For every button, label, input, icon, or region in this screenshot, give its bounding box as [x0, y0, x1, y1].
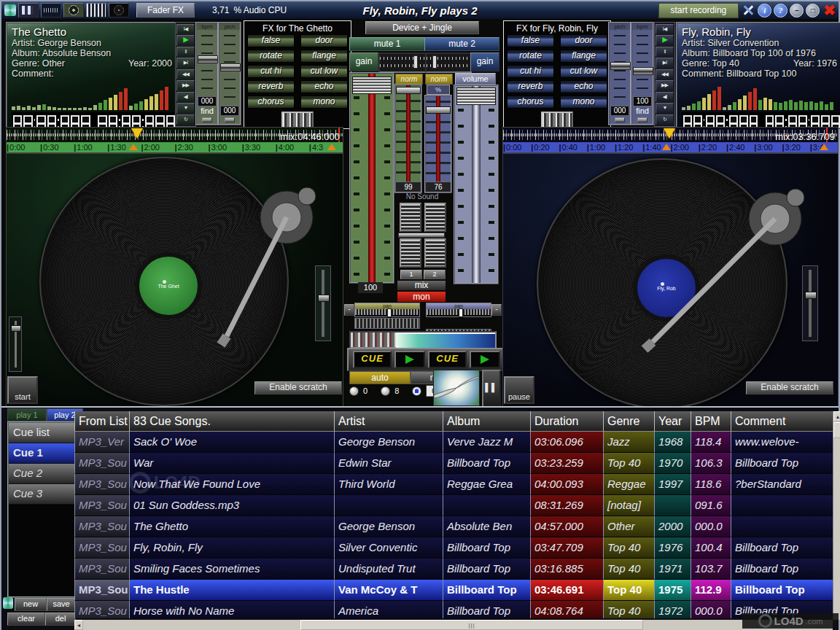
deck-left-vinyl[interactable]: The Ghet	[39, 157, 289, 406]
forward-button[interactable]: ▶▶	[656, 80, 674, 90]
deck-left-mini-fader[interactable]	[9, 316, 22, 372]
deck-right-bpm-fader[interactable]: bpm 100 find	[631, 22, 654, 125]
deck-left-pitch-fader[interactable]: pich 000	[218, 22, 241, 125]
pan-right-minus-button[interactable]: -	[491, 304, 502, 316]
column-header-year[interactable]: Year	[654, 411, 691, 432]
del-button[interactable]: del	[45, 612, 76, 626]
fader-foot[interactable]	[615, 117, 625, 122]
fader-handle[interactable]	[352, 77, 392, 94]
mon-button[interactable]: mon	[397, 292, 446, 302]
scrollbar-thumb[interactable]: |||	[300, 620, 643, 630]
cue-item-cue-2[interactable]: Cue 2	[9, 464, 74, 484]
crossfader[interactable]	[349, 331, 497, 349]
info-icon[interactable]: i	[758, 4, 771, 18]
monitor-knob-4[interactable]	[424, 238, 446, 268]
new-button[interactable]: new	[15, 598, 47, 611]
scroll-left-arrow[interactable]: ◄	[74, 620, 83, 630]
fx-rotate-button[interactable]: rotate	[247, 50, 295, 63]
fx-chorus-button[interactable]: chorus	[247, 96, 295, 109]
channel-2-button[interactable]: 2	[424, 270, 446, 279]
radio-8[interactable]	[381, 386, 390, 396]
restore-button[interactable]: □	[806, 4, 820, 18]
table-row[interactable]: MP3_SouHorse with No NameAmericaBillboar…	[74, 601, 833, 618]
bpm-fader-handle[interactable]	[633, 67, 653, 75]
deck-right-waveform[interactable]: mix:03:36.709	[503, 128, 838, 142]
volume-fader[interactable]	[454, 85, 499, 284]
vertical-scrollbar[interactable]: ▲	[833, 411, 840, 620]
horizontal-scrollbar[interactable]: ◄ |||	[74, 620, 833, 630]
rewind-button[interactable]: ◀◀	[656, 69, 674, 79]
slider-handle[interactable]	[432, 55, 437, 69]
drop-button[interactable]: ▼	[656, 103, 674, 113]
pan-right-slider[interactable]: pan	[426, 303, 491, 317]
pitch-fader-handle[interactable]	[610, 62, 631, 70]
fx-reverb-button[interactable]: reverb	[507, 80, 554, 93]
mix-start-marker-icon[interactable]	[662, 144, 671, 150]
waveform-view-icon[interactable]	[41, 3, 61, 18]
table-row[interactable]: MP3_SouFly, Robin, FlySilver ConventicBi…	[74, 537, 833, 559]
table-row[interactable]: MP3_VerSack O' WoeGeorge BensonVerve Jaz…	[74, 432, 833, 453]
column-header-from[interactable]: From List	[74, 411, 129, 432]
save-button[interactable]: save	[47, 598, 76, 611]
close-button[interactable]: ✖	[823, 4, 836, 17]
fader-foot[interactable]	[202, 117, 212, 122]
fader-foot[interactable]	[637, 117, 648, 122]
cue-1-button[interactable]: CUE	[353, 351, 392, 368]
radio-0[interactable]	[349, 386, 359, 396]
cue-item-cue-1[interactable]: Cue 1	[9, 443, 74, 464]
pitch-fader-handle[interactable]	[220, 63, 241, 71]
column-header-bpm[interactable]: BPM	[691, 411, 731, 432]
auto-button[interactable]: auto	[349, 371, 411, 384]
monitor-knob-2[interactable]	[424, 203, 446, 232]
rewind-button[interactable]: ◀◀	[176, 69, 195, 79]
step-back-button[interactable]: ◀I	[176, 92, 195, 102]
gain-left-slider[interactable]	[378, 52, 427, 73]
fx-reverb-button[interactable]: reverb	[247, 80, 295, 93]
table-row[interactable]: MP3_SouThe GhettoGeorge BensonAbsolute B…	[74, 516, 833, 537]
table-row[interactable]: MP3_SouSmiling Faces SometimesUndisputed…	[74, 559, 833, 580]
step-back-button[interactable]: ◀I	[656, 92, 674, 102]
table-row[interactable]: MP3_SouWarEdwin StarBillboard Top03:23.2…	[74, 453, 833, 474]
table-row[interactable]: MP3_SouThe HustleVan McCoy & TBillboard …	[74, 580, 833, 601]
fader-handle[interactable]	[318, 295, 330, 302]
column-header-comment[interactable]: Comment	[731, 411, 833, 432]
forward-button[interactable]: ▶▶	[176, 80, 195, 90]
column-header-duration[interactable]: Duration	[530, 411, 603, 432]
loop-button[interactable]: ↻	[656, 114, 674, 125]
fx-false-button[interactable]: false	[507, 34, 554, 47]
scrollbar-thumb[interactable]	[833, 422, 840, 438]
mute-2-button[interactable]: mute 2	[424, 37, 499, 51]
monitor-knob-3[interactable]	[400, 238, 421, 268]
fader-handle[interactable]	[426, 106, 451, 114]
fx-echo-button[interactable]: echo	[560, 80, 607, 93]
norm-1-button[interactable]: norm	[395, 74, 423, 85]
fx-flange-button[interactable]: flange	[300, 50, 348, 63]
fader-handle[interactable]	[805, 292, 817, 299]
fx-mono-button[interactable]: mono	[560, 96, 607, 109]
cue-play-2-button[interactable]	[470, 351, 500, 368]
deck-left-timeline[interactable]: mix:04:46.000 0:000:301:001:302:002:303:…	[6, 127, 343, 153]
tools-icon[interactable]	[741, 4, 755, 17]
gain-right-slider[interactable]	[425, 52, 472, 73]
position-marker-icon[interactable]	[664, 128, 675, 139]
play-button[interactable]: ▶	[176, 35, 195, 45]
cue-2-button[interactable]: CUE	[428, 351, 467, 368]
turntable-view-icon[interactable]	[63, 3, 84, 18]
clear-button[interactable]: clear	[7, 612, 45, 626]
aux-slider-left[interactable]	[354, 318, 420, 329]
find-button[interactable]: find	[636, 106, 649, 116]
fx-chorus-button[interactable]: chorus	[507, 96, 554, 109]
column-header-genre[interactable]: Genre	[603, 411, 654, 432]
channel-fader-left[interactable]	[349, 72, 394, 284]
deck-right-enable-scratch-button[interactable]: Enable scratch	[746, 381, 833, 394]
deck-right-side-fader[interactable]	[802, 265, 818, 341]
channel-1-button[interactable]: 1	[400, 270, 422, 279]
deck-left-enable-scratch-button[interactable]: Enable scratch	[254, 381, 342, 394]
slider-handle[interactable]	[413, 55, 418, 69]
mix-end-marker-icon[interactable]	[327, 144, 336, 150]
fx-false-button[interactable]: false	[247, 34, 295, 47]
table-row[interactable]: MP3_Sou01 Sun Goddess.mp308:31.269[notag…	[74, 495, 833, 516]
fx-cut-hi-button[interactable]: cut hi	[507, 65, 554, 78]
norm-2-button[interactable]: norm	[425, 74, 453, 85]
minimize-button[interactable]: –	[790, 4, 804, 18]
